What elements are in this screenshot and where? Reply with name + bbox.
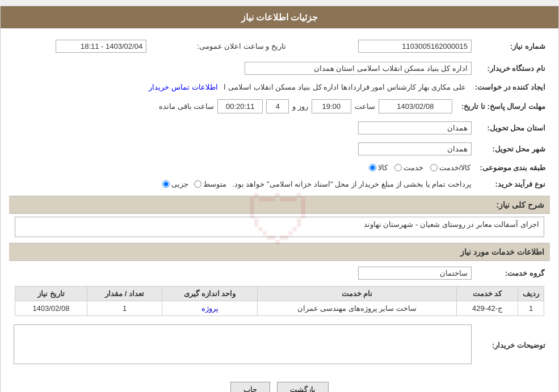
shomara-niaz-label: شماره نیاز: xyxy=(476,37,550,56)
radio-motevaset-label: متوسط xyxy=(203,180,226,188)
radio-jozii-input[interactable] xyxy=(162,180,170,188)
tarikh-aalan-value: 1403/02/04 - 18:11 xyxy=(56,40,146,53)
radio-kala-khadamat-input[interactable] xyxy=(430,164,438,171)
radio-motevaset-input[interactable] xyxy=(194,180,201,188)
cell-code: ج-42-429 xyxy=(457,301,518,316)
cell-unit: پروژه xyxy=(162,301,257,316)
tabaqe-label: طبقه بندی موضوعی: xyxy=(475,161,550,175)
col-radif: ردیف xyxy=(518,286,544,301)
services-table: ردیف کد خدمت نام خدمت واحد اندازه گیری ت… xyxy=(15,286,544,316)
col-name: نام خدمت xyxy=(257,286,456,301)
sharh-value: اجرای آسفالت معابر در روستای شعبان - شهر… xyxy=(15,217,544,237)
cell-date: 1403/02/08 xyxy=(15,301,87,316)
nooe-label: نوع فرآیند خرید: xyxy=(476,177,550,191)
roz-value: 4 xyxy=(266,99,289,113)
radio-khadamat-label: خدمت xyxy=(404,163,423,172)
cell-count: 1 xyxy=(87,301,162,316)
ostan-label: استان محل تحویل: xyxy=(476,119,550,137)
radio-kala[interactable]: کالا xyxy=(369,163,388,172)
ostan-value: همدان xyxy=(358,121,472,134)
ijad-value: علی مکاری بهار کارشناس امور قراردادها اد… xyxy=(224,83,465,91)
col-code: کد خدمت xyxy=(457,286,518,301)
radio-motevaset[interactable]: متوسط xyxy=(194,180,226,188)
sharh-header: شرح کلی نیاز: xyxy=(9,196,550,214)
cell-name: ساخت سایر پروژه‌های مهندسی عمران xyxy=(257,301,456,316)
radio-khadamat-input[interactable] xyxy=(394,164,402,171)
remaining-label: ساعت باقی مانده xyxy=(159,102,214,111)
radio-kala-khadamat-label: کالا/خدمت xyxy=(439,163,471,172)
mohlat-label: مهلت ارسال پاسخ: تا تاریخ: xyxy=(457,96,550,116)
button-bar: بازگشت چاپ xyxy=(9,373,550,392)
radio-kala-khadamat[interactable]: کالا/خدمت xyxy=(430,163,471,172)
page-header: جزئیات اطلاعات نیاز xyxy=(1,6,558,28)
back-button[interactable]: بازگشت xyxy=(277,382,329,392)
date-value: 1403/02/08 xyxy=(379,99,452,113)
group-label: گروه خدمت: xyxy=(476,264,550,283)
nam-dastgah-label: نام دستگاه خریدار: xyxy=(476,59,550,78)
col-unit: واحد اندازه گیری xyxy=(162,286,257,301)
radio-khadamat[interactable]: خدمت xyxy=(394,163,423,172)
radio-jozii-label: جزیی xyxy=(171,180,188,188)
cell-radif: 1 xyxy=(518,301,544,316)
info-services-header: اطلاعات خدمات مورد نیاز xyxy=(9,243,550,261)
shomara-niaz-value: 1103005162000015 xyxy=(358,40,472,53)
time-label: ساعت xyxy=(355,102,375,111)
contact-link[interactable]: اطلاعات تماس خریدار xyxy=(149,83,217,91)
time-value: 19:00 xyxy=(312,99,351,113)
print-button[interactable]: چاپ xyxy=(230,382,270,392)
remaining-value: 00:20:11 xyxy=(217,99,263,113)
radio-kala-input[interactable] xyxy=(369,164,376,171)
tozihat-input[interactable] xyxy=(14,324,472,364)
shahr-label: شهر محل تحویل: xyxy=(476,140,550,158)
nooe-detail: پرداخت تمام یا بخشی از مبلغ خریدار از مح… xyxy=(232,180,472,188)
col-count: تعداد / مقدار xyxy=(87,286,162,301)
nam-dastgah-value: اداره کل بنیاد مسکن انقلاب اسلامی استان … xyxy=(245,62,472,75)
radio-jozii[interactable]: جزیی xyxy=(162,180,188,188)
tozihat-label: توضیحات خریدار: xyxy=(476,322,550,369)
sharh-label: شرح کلی نیاز: xyxy=(497,200,544,209)
ijad-label: ایجاد کننده در خواست: xyxy=(470,80,550,94)
col-date: تاریخ نیاز xyxy=(15,286,87,301)
radio-kala-label: کالا xyxy=(378,163,388,172)
roz-label: روز و xyxy=(292,102,308,111)
tarikh-aalan-label: تاریخ و ساعت اعلان عمومی: xyxy=(151,37,291,56)
table-row: 1ج-42-429ساخت سایر پروژه‌های مهندسی عمرا… xyxy=(15,301,544,316)
group-value: ساختمان xyxy=(358,267,472,280)
shahr-value: همدان xyxy=(358,142,472,155)
header-title: جزئیات اطلاعات نیاز xyxy=(241,12,318,22)
